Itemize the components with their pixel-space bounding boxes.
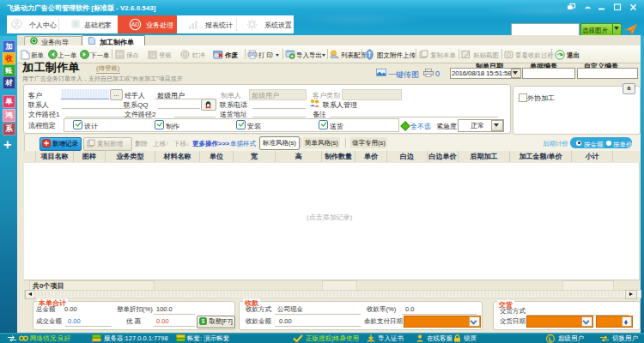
svg-text:$: $	[202, 318, 205, 324]
svg-text:AD: AD	[131, 21, 140, 27]
